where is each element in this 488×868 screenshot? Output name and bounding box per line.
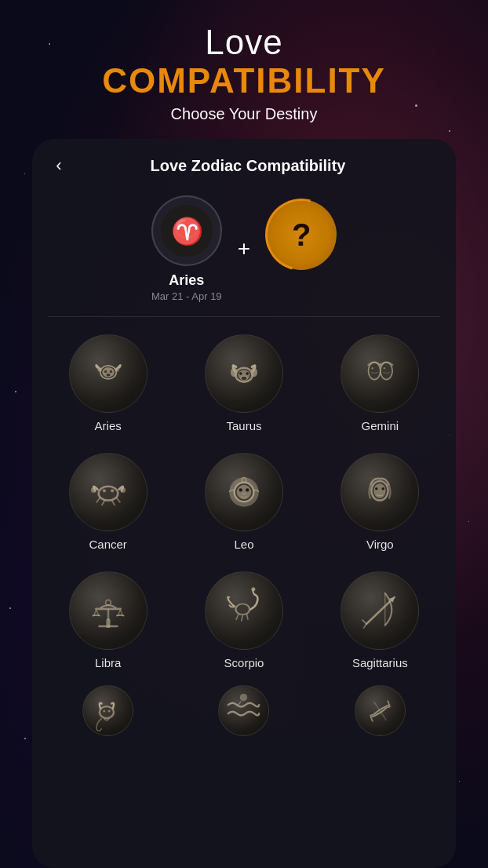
svg-point-19	[239, 373, 242, 375]
aries-label: Aries	[95, 419, 122, 432]
sign-selection-area: ♈ Aries Mar 21 - Apr 19 + ?	[32, 188, 456, 307]
capricorn-sign-icon	[82, 685, 133, 736]
svg-point-24	[381, 363, 392, 379]
gemini-sign-icon	[341, 334, 419, 413]
back-button[interactable]: ‹	[48, 155, 70, 177]
zodiac-item-scorpio[interactable]: Scorpio	[176, 563, 311, 677]
svg-point-10	[109, 370, 111, 373]
svg-point-58	[237, 605, 249, 615]
selected-sign-icon: ♈	[151, 195, 222, 266]
svg-line-62	[246, 615, 248, 621]
svg-point-67	[100, 707, 113, 717]
svg-point-35	[102, 490, 105, 493]
selected-sign-name: Aries	[169, 272, 204, 289]
svg-point-9	[104, 370, 107, 373]
svg-line-61	[242, 615, 243, 622]
svg-point-16	[250, 368, 257, 377]
zodiac-item-taurus[interactable]: Taurus	[176, 326, 311, 440]
question-mark: ?	[292, 217, 311, 253]
svg-line-31	[96, 498, 100, 503]
taurus-label: Taurus	[226, 419, 261, 432]
aries-sign-icon	[69, 334, 147, 413]
svg-point-70	[240, 694, 247, 701]
svg-point-22	[370, 363, 381, 379]
page-title-line1: Love	[205, 24, 282, 61]
leo-label: Leo	[234, 538, 253, 551]
scorpio-sign-icon	[205, 571, 283, 650]
svg-rect-51	[107, 610, 109, 621]
leo-sign-icon	[205, 453, 283, 531]
zodiac-item-aquarius[interactable]	[176, 677, 311, 750]
page-title-line2: COMPATIBILITY	[102, 61, 386, 100]
svg-line-60	[236, 615, 239, 621]
svg-point-26	[384, 367, 386, 370]
svg-point-20	[246, 373, 249, 375]
cancer-label: Cancer	[89, 538, 126, 551]
zodiac-item-gemini[interactable]: Gemini	[312, 326, 448, 440]
svg-rect-49	[98, 625, 118, 628]
partner-sign-selector[interactable]: ?	[266, 199, 337, 270]
partial-zodiac-row	[32, 677, 456, 750]
svg-point-11	[106, 374, 110, 376]
svg-point-68	[103, 709, 105, 712]
libra-label: Libra	[95, 656, 121, 669]
svg-line-32	[101, 501, 104, 506]
zodiac-item-capricorn[interactable]	[40, 677, 176, 750]
selected-sign-dates: Mar 21 - Apr 19	[151, 290, 222, 302]
zodiac-item-pisces[interactable]	[312, 677, 448, 750]
aries-icon-svg: ♈	[159, 203, 214, 258]
zodiac-item-leo[interactable]: Leo	[176, 445, 311, 559]
zodiac-item-cancer[interactable]: Cancer	[40, 445, 176, 559]
libra-sign-icon	[69, 571, 147, 650]
page-content: Love COMPATIBILITY Choose Your Destiny ‹…	[0, 0, 488, 868]
svg-point-28	[100, 487, 117, 499]
sagittarius-label: Sagittarius	[352, 656, 408, 669]
cancer-sign-icon	[69, 453, 147, 531]
svg-point-59	[251, 588, 255, 592]
pisces-sign-icon	[355, 685, 406, 736]
card-header: ‹ Love Zodiac Compatibility	[32, 139, 456, 188]
gemini-label: Gemini	[362, 419, 399, 432]
zodiac-item-libra[interactable]: Libra	[40, 563, 176, 677]
svg-point-25	[372, 367, 374, 370]
svg-point-8	[115, 368, 118, 372]
svg-point-46	[375, 487, 377, 490]
svg-line-33	[111, 501, 115, 506]
svg-point-42	[246, 489, 249, 492]
main-card: ‹ Love Zodiac Compatibility ♈ Aries Mar	[32, 139, 456, 868]
zodiac-item-virgo[interactable]: Virgo	[312, 445, 448, 559]
svg-point-30	[120, 487, 126, 493]
card-title: Love Zodiac Compatibility	[78, 157, 418, 175]
svg-point-7	[97, 368, 101, 372]
svg-point-18	[242, 377, 247, 380]
page-tagline: Choose Your Destiny	[171, 105, 318, 123]
svg-text:♈: ♈	[170, 217, 203, 248]
zodiac-item-aries[interactable]: Aries	[40, 326, 176, 440]
svg-point-69	[108, 709, 111, 712]
svg-line-34	[116, 498, 120, 503]
scorpio-label: Scorpio	[224, 656, 264, 669]
sagittarius-sign-icon	[341, 571, 419, 650]
virgo-label: Virgo	[366, 538, 394, 551]
plus-separator: +	[238, 236, 250, 261]
zodiac-grid: Aries	[32, 326, 456, 677]
svg-point-29	[91, 487, 97, 493]
svg-point-47	[382, 487, 384, 490]
virgo-sign-icon	[341, 453, 419, 531]
zodiac-item-sagittarius[interactable]: Sagittarius	[312, 563, 448, 677]
separator	[48, 316, 440, 317]
aquarius-sign-icon	[218, 685, 269, 736]
svg-point-41	[239, 489, 242, 492]
svg-point-15	[231, 368, 238, 377]
taurus-sign-icon	[205, 334, 283, 413]
svg-point-36	[111, 490, 114, 493]
svg-line-71	[373, 702, 386, 720]
